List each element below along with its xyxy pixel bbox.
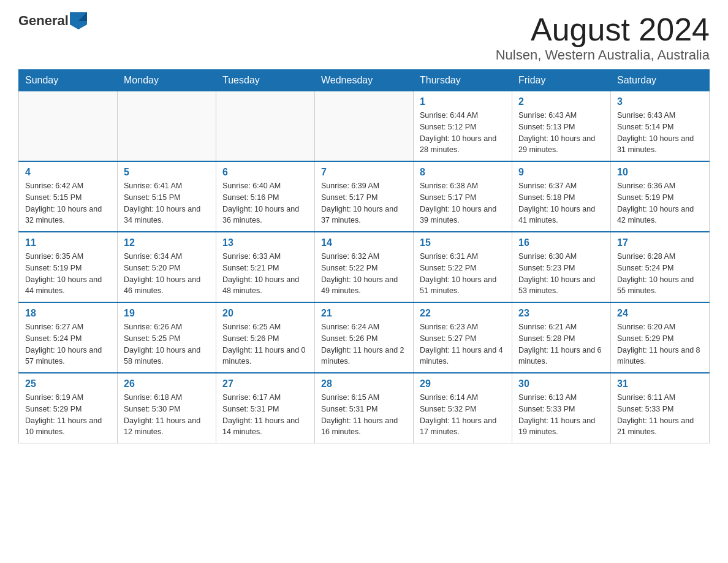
day-number: 20 (222, 308, 308, 319)
day-cell: 6Sunrise: 6:40 AMSunset: 5:16 PMDaylight… (216, 161, 315, 232)
calendar-table: SundayMondayTuesdayWednesdayThursdayFrid… (18, 69, 710, 443)
day-info: Sunrise: 6:43 AMSunset: 5:13 PMDaylight:… (518, 110, 604, 156)
day-cell: 21Sunrise: 6:24 AMSunset: 5:26 PMDayligh… (315, 302, 414, 373)
day-info: Sunrise: 6:40 AMSunset: 5:16 PMDaylight:… (222, 180, 308, 226)
day-number: 1 (420, 96, 506, 107)
day-cell: 29Sunrise: 6:14 AMSunset: 5:32 PMDayligh… (414, 373, 512, 443)
day-cell (315, 91, 414, 162)
day-info: Sunrise: 6:41 AMSunset: 5:15 PMDaylight:… (124, 180, 210, 226)
day-info: Sunrise: 6:44 AMSunset: 5:12 PMDaylight:… (420, 110, 506, 156)
day-number: 22 (420, 308, 506, 319)
day-number: 17 (617, 237, 703, 248)
day-info: Sunrise: 6:15 AMSunset: 5:31 PMDaylight:… (321, 392, 407, 438)
day-number: 14 (321, 237, 407, 248)
week-row-5: 25Sunrise: 6:19 AMSunset: 5:29 PMDayligh… (19, 373, 710, 443)
day-number: 26 (124, 378, 210, 389)
day-cell: 28Sunrise: 6:15 AMSunset: 5:31 PMDayligh… (315, 373, 414, 443)
day-cell: 10Sunrise: 6:36 AMSunset: 5:19 PMDayligh… (611, 161, 710, 232)
day-info: Sunrise: 6:35 AMSunset: 5:19 PMDaylight:… (25, 251, 111, 297)
day-cell: 3Sunrise: 6:43 AMSunset: 5:14 PMDaylight… (611, 91, 710, 162)
day-cell: 12Sunrise: 6:34 AMSunset: 5:20 PMDayligh… (118, 232, 216, 302)
day-number: 23 (518, 308, 604, 319)
day-cell: 11Sunrise: 6:35 AMSunset: 5:19 PMDayligh… (19, 232, 118, 302)
day-info: Sunrise: 6:19 AMSunset: 5:29 PMDaylight:… (25, 392, 111, 438)
day-cell: 9Sunrise: 6:37 AMSunset: 5:18 PMDaylight… (512, 161, 611, 232)
day-number: 6 (222, 167, 308, 178)
logo-text-general: General (18, 13, 69, 29)
day-number: 2 (518, 96, 604, 107)
day-info: Sunrise: 6:11 AMSunset: 5:33 PMDaylight:… (617, 392, 703, 438)
day-number: 21 (321, 308, 407, 319)
day-info: Sunrise: 6:14 AMSunset: 5:32 PMDaylight:… (420, 392, 506, 438)
day-cell: 23Sunrise: 6:21 AMSunset: 5:28 PMDayligh… (512, 302, 611, 373)
day-info: Sunrise: 6:37 AMSunset: 5:18 PMDaylight:… (518, 180, 604, 226)
day-info: Sunrise: 6:30 AMSunset: 5:23 PMDaylight:… (518, 251, 604, 297)
day-number: 18 (25, 308, 111, 319)
day-number: 9 (518, 167, 604, 178)
day-info: Sunrise: 6:21 AMSunset: 5:28 PMDaylight:… (518, 321, 604, 367)
header-cell-tuesday: Tuesday (216, 70, 315, 91)
header-row: SundayMondayTuesdayWednesdayThursdayFrid… (19, 70, 710, 91)
day-info: Sunrise: 6:25 AMSunset: 5:26 PMDaylight:… (222, 321, 308, 367)
day-info: Sunrise: 6:39 AMSunset: 5:17 PMDaylight:… (321, 180, 407, 226)
day-cell: 17Sunrise: 6:28 AMSunset: 5:24 PMDayligh… (611, 232, 710, 302)
day-cell: 31Sunrise: 6:11 AMSunset: 5:33 PMDayligh… (611, 373, 710, 443)
header-cell-thursday: Thursday (414, 70, 512, 91)
day-info: Sunrise: 6:34 AMSunset: 5:20 PMDaylight:… (124, 251, 210, 297)
day-info: Sunrise: 6:32 AMSunset: 5:22 PMDaylight:… (321, 251, 407, 297)
day-info: Sunrise: 6:43 AMSunset: 5:14 PMDaylight:… (617, 110, 703, 156)
day-number: 30 (518, 378, 604, 389)
day-info: Sunrise: 6:24 AMSunset: 5:26 PMDaylight:… (321, 321, 407, 367)
day-cell: 15Sunrise: 6:31 AMSunset: 5:22 PMDayligh… (414, 232, 512, 302)
week-row-2: 4Sunrise: 6:42 AMSunset: 5:15 PMDaylight… (19, 161, 710, 232)
day-cell: 16Sunrise: 6:30 AMSunset: 5:23 PMDayligh… (512, 232, 611, 302)
day-cell (118, 91, 216, 162)
day-cell: 18Sunrise: 6:27 AMSunset: 5:24 PMDayligh… (19, 302, 118, 373)
title-area: August 2024 Nulsen, Western Australia, A… (496, 12, 710, 63)
week-row-3: 11Sunrise: 6:35 AMSunset: 5:19 PMDayligh… (19, 232, 710, 302)
day-info: Sunrise: 6:17 AMSunset: 5:31 PMDaylight:… (222, 392, 308, 438)
day-cell: 13Sunrise: 6:33 AMSunset: 5:21 PMDayligh… (216, 232, 315, 302)
day-number: 27 (222, 378, 308, 389)
day-info: Sunrise: 6:13 AMSunset: 5:33 PMDaylight:… (518, 392, 604, 438)
day-info: Sunrise: 6:33 AMSunset: 5:21 PMDaylight:… (222, 251, 308, 297)
day-number: 31 (617, 378, 703, 389)
header-cell-saturday: Saturday (611, 70, 710, 91)
day-number: 10 (617, 167, 703, 178)
day-info: Sunrise: 6:28 AMSunset: 5:24 PMDaylight:… (617, 251, 703, 297)
location-title: Nulsen, Western Australia, Australia (496, 47, 710, 63)
day-cell: 27Sunrise: 6:17 AMSunset: 5:31 PMDayligh… (216, 373, 315, 443)
day-cell: 25Sunrise: 6:19 AMSunset: 5:29 PMDayligh… (19, 373, 118, 443)
day-cell: 4Sunrise: 6:42 AMSunset: 5:15 PMDaylight… (19, 161, 118, 232)
day-cell: 2Sunrise: 6:43 AMSunset: 5:13 PMDaylight… (512, 91, 611, 162)
header-cell-monday: Monday (118, 70, 216, 91)
day-number: 5 (124, 167, 210, 178)
day-info: Sunrise: 6:20 AMSunset: 5:29 PMDaylight:… (617, 321, 703, 367)
day-info: Sunrise: 6:38 AMSunset: 5:17 PMDaylight:… (420, 180, 506, 226)
day-cell: 26Sunrise: 6:18 AMSunset: 5:30 PMDayligh… (118, 373, 216, 443)
day-info: Sunrise: 6:18 AMSunset: 5:30 PMDaylight:… (124, 392, 210, 438)
day-info: Sunrise: 6:31 AMSunset: 5:22 PMDaylight:… (420, 251, 506, 297)
day-cell: 22Sunrise: 6:23 AMSunset: 5:27 PMDayligh… (414, 302, 512, 373)
day-cell: 8Sunrise: 6:38 AMSunset: 5:17 PMDaylight… (414, 161, 512, 232)
day-number: 3 (617, 96, 703, 107)
week-row-1: 1Sunrise: 6:44 AMSunset: 5:12 PMDaylight… (19, 91, 710, 162)
day-number: 19 (124, 308, 210, 319)
day-cell: 20Sunrise: 6:25 AMSunset: 5:26 PMDayligh… (216, 302, 315, 373)
day-number: 16 (518, 237, 604, 248)
day-cell (216, 91, 315, 162)
day-number: 11 (25, 237, 111, 248)
day-cell: 30Sunrise: 6:13 AMSunset: 5:33 PMDayligh… (512, 373, 611, 443)
day-cell: 19Sunrise: 6:26 AMSunset: 5:25 PMDayligh… (118, 302, 216, 373)
day-cell: 24Sunrise: 6:20 AMSunset: 5:29 PMDayligh… (611, 302, 710, 373)
header-cell-wednesday: Wednesday (315, 70, 414, 91)
month-title: August 2024 (496, 12, 710, 47)
logo-icon (70, 12, 87, 29)
day-info: Sunrise: 6:36 AMSunset: 5:19 PMDaylight:… (617, 180, 703, 226)
header: General August 2024 Nulsen, Western Aust… (18, 12, 710, 63)
day-info: Sunrise: 6:23 AMSunset: 5:27 PMDaylight:… (420, 321, 506, 367)
day-info: Sunrise: 6:26 AMSunset: 5:25 PMDaylight:… (124, 321, 210, 367)
day-info: Sunrise: 6:27 AMSunset: 5:24 PMDaylight:… (25, 321, 111, 367)
header-cell-friday: Friday (512, 70, 611, 91)
day-number: 28 (321, 378, 407, 389)
